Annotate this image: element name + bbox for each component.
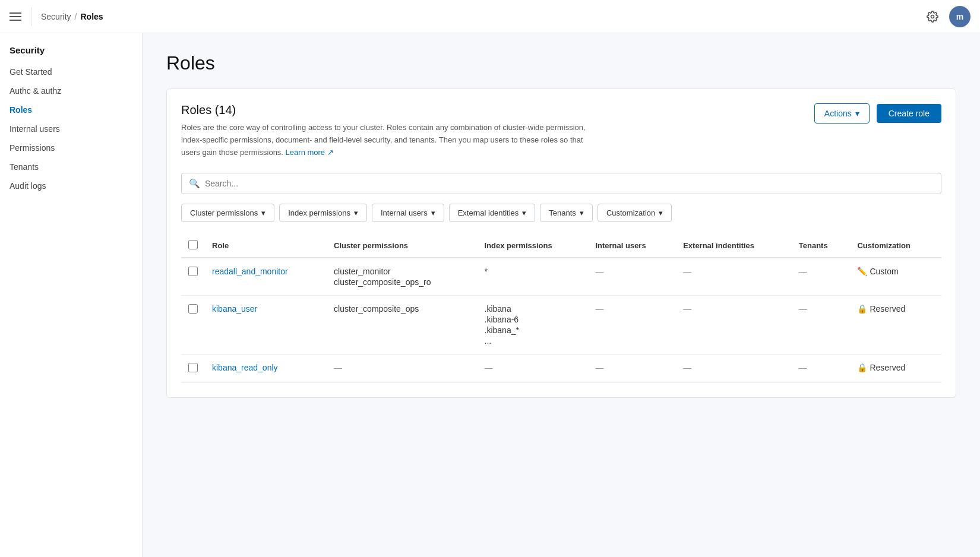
row1-internal-users-cell: — — [588, 258, 676, 296]
breadcrumb-current: Roles — [80, 12, 103, 21]
row1-checkbox-cell — [181, 258, 205, 296]
row3-role-link[interactable]: kibana_read_only — [212, 363, 278, 372]
roles-table: Role Cluster permissions Index permissio… — [181, 234, 941, 383]
roles-card: Roles (14) Roles are the core way of con… — [166, 88, 956, 398]
svg-point-0 — [931, 15, 934, 18]
search-icon: 🔍 — [189, 178, 200, 189]
row3-external-identities-cell: — — [676, 355, 792, 383]
card-header-desc: Roles are the core way of controlling ac… — [181, 122, 597, 159]
sidebar-item-internal-users[interactable]: Internal users — [0, 119, 142, 138]
chevron-down-icon: ▾ — [522, 208, 526, 217]
row1-cluster-perms-list: cluster_monitor cluster_composite_ops_ro — [334, 267, 470, 287]
row1-role-cell: readall_and_monitor — [205, 258, 327, 296]
row2-role-cell: kibana_user — [205, 296, 327, 355]
col-header-cluster-perms: Cluster permissions — [327, 234, 477, 258]
col-header-checkbox — [181, 234, 205, 258]
row1-tenants-cell: — — [792, 258, 851, 296]
col-header-index-perms: Index permissions — [478, 234, 589, 258]
card-header-actions: Actions ▾ Create role — [814, 103, 941, 124]
row1-external-identities-cell: — — [676, 258, 792, 296]
filter-index-permissions[interactable]: Index permissions ▾ — [279, 204, 367, 222]
row2-index-perm-more: ... — [485, 336, 581, 346]
row2-index-perms-list: .kibana .kibana-6 .kibana_* ... — [485, 304, 581, 346]
row2-index-perm-3: .kibana_* — [485, 325, 581, 335]
card-header: Roles (14) Roles are the core way of con… — [181, 103, 941, 159]
row2-tenants-cell: — — [792, 296, 851, 355]
breadcrumb-security[interactable]: Security — [41, 12, 71, 21]
filter-external-identities[interactable]: External identities ▾ — [449, 204, 536, 222]
row2-cluster-perm-1: cluster_composite_ops — [334, 304, 419, 314]
row3-index-perms-cell: — — [478, 355, 589, 383]
row3-tenants-cell: — — [792, 355, 851, 383]
col-header-customization: Customization — [850, 234, 941, 258]
row1-role-link[interactable]: readall_and_monitor — [212, 267, 288, 276]
table-row: kibana_user cluster_composite_ops .kiban… — [181, 296, 941, 355]
row2-index-perm-2: .kibana-6 — [485, 315, 581, 324]
topbar: Security / Roles m — [0, 0, 980, 33]
row3-cluster-perms-cell: — — [327, 355, 477, 383]
sidebar-item-roles[interactable]: Roles — [0, 100, 142, 119]
sidebar-item-get-started[interactable]: Get Started — [0, 62, 142, 81]
col-header-role: Role — [205, 234, 327, 258]
row1-checkbox[interactable] — [188, 267, 198, 276]
row1-custom-badge: ✏️ Custom — [857, 267, 934, 276]
actions-button[interactable]: Actions ▾ — [814, 103, 870, 124]
col-header-internal-users: Internal users — [588, 234, 676, 258]
row3-internal-users-cell: — — [588, 355, 676, 383]
search-wrapper: 🔍 — [181, 173, 941, 194]
page-title: Roles — [166, 52, 956, 74]
row2-external-identities-cell: — — [676, 296, 792, 355]
sidebar-item-audit-logs[interactable]: Audit logs — [0, 176, 142, 195]
table-header-row: Role Cluster permissions Index permissio… — [181, 234, 941, 258]
row2-role-link[interactable]: kibana_user — [212, 304, 257, 314]
search-input[interactable] — [205, 179, 934, 188]
chevron-down-icon: ▾ — [855, 109, 859, 118]
row3-customization-cell: 🔒 Reserved — [850, 355, 941, 383]
row3-reserved-badge: 🔒 Reserved — [857, 363, 934, 372]
chevron-down-icon: ▾ — [580, 208, 584, 217]
sidebar-item-permissions[interactable]: Permissions — [0, 138, 142, 157]
row1-index-perms-cell: * — [478, 258, 589, 296]
settings-icon[interactable] — [923, 7, 942, 26]
user-avatar[interactable]: m — [949, 6, 970, 27]
lock-icon: 🔒 — [857, 363, 867, 372]
card-header-text: Roles (14) Roles are the core way of con… — [181, 103, 814, 159]
lock-icon: 🔒 — [857, 304, 867, 314]
row1-cluster-perm-2: cluster_composite_ops_ro — [334, 277, 470, 287]
row2-index-perm-1: .kibana — [485, 304, 581, 314]
filter-cluster-permissions[interactable]: Cluster permissions ▾ — [181, 204, 274, 222]
filter-tenants[interactable]: Tenants ▾ — [540, 204, 593, 222]
row2-checkbox[interactable] — [188, 304, 198, 314]
select-all-checkbox[interactable] — [188, 240, 198, 249]
topbar-divider — [31, 7, 31, 26]
filter-internal-users[interactable]: Internal users ▾ — [372, 204, 444, 222]
sidebar-item-authc-authz[interactable]: Authc & authz — [0, 81, 142, 100]
row1-cluster-perm-1: cluster_monitor — [334, 267, 470, 276]
main-content: Roles Roles (14) Roles are the core way … — [143, 33, 980, 557]
filter-customization[interactable]: Customization ▾ — [598, 204, 672, 222]
row3-checkbox-cell — [181, 355, 205, 383]
sidebar-title: Security — [0, 45, 142, 62]
row2-reserved-badge: 🔒 Reserved — [857, 304, 934, 314]
row2-internal-users-cell: — — [588, 296, 676, 355]
learn-more-link[interactable]: Learn more ↗ — [286, 148, 334, 157]
row2-index-perms-cell: .kibana .kibana-6 .kibana_* ... — [478, 296, 589, 355]
row1-index-perm-1: * — [485, 267, 488, 276]
table-row: kibana_read_only — — — — — 🔒 Reserved — [181, 355, 941, 383]
filters-row: Cluster permissions ▾ Index permissions … — [181, 204, 941, 222]
row3-checkbox[interactable] — [188, 363, 198, 372]
row1-cluster-perms-cell: cluster_monitor cluster_composite_ops_ro — [327, 258, 477, 296]
row2-checkbox-cell — [181, 296, 205, 355]
card-header-title: Roles (14) — [181, 103, 814, 117]
row2-cluster-perms-cell: cluster_composite_ops — [327, 296, 477, 355]
create-role-button[interactable]: Create role — [877, 104, 941, 123]
table-row: readall_and_monitor cluster_monitor clus… — [181, 258, 941, 296]
breadcrumb: Security / Roles — [41, 12, 103, 21]
row1-customization-cell: ✏️ Custom — [850, 258, 941, 296]
menu-icon[interactable] — [10, 12, 21, 21]
col-header-external-identities: External indentities — [676, 234, 792, 258]
chevron-down-icon: ▾ — [261, 208, 265, 217]
row3-role-cell: kibana_read_only — [205, 355, 327, 383]
sidebar-item-tenants[interactable]: Tenants — [0, 157, 142, 176]
card-header-desc-text: Roles are the core way of controlling ac… — [181, 123, 586, 157]
